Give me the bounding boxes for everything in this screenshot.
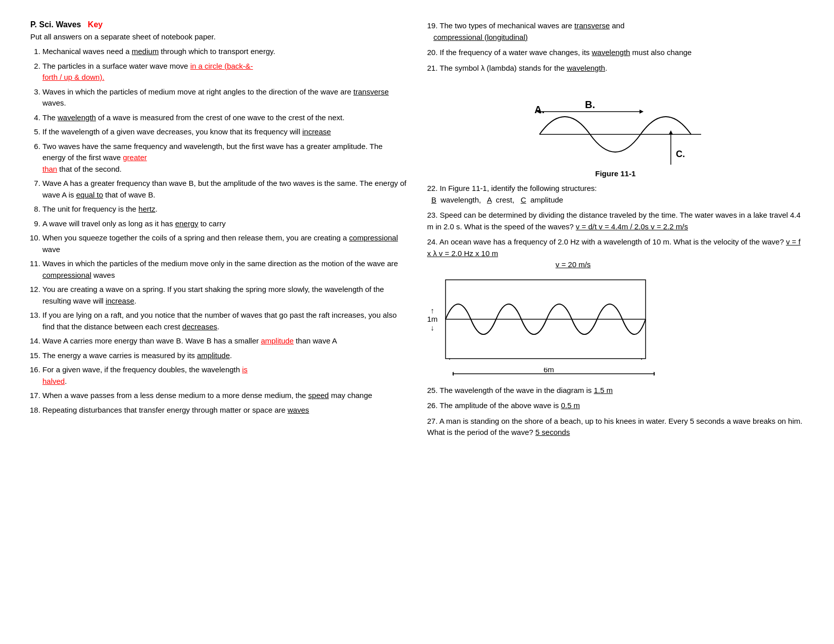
list-item: Mechanical waves need a medium through w… [42, 46, 407, 58]
answer-q9: energy [175, 219, 199, 228]
figure-11-1-svg: B. A. C. [519, 84, 711, 165]
svg-marker-21 [654, 372, 655, 376]
wave-diagram-2-svg [445, 279, 647, 360]
svg-text:A.: A. [534, 104, 545, 115]
answer-q16: ishalved [42, 365, 248, 385]
answer-q8: hertz [138, 205, 155, 213]
answer-q2: in a circle (back-&-forth / up & down). [42, 62, 253, 82]
answer-q22-a: A [487, 195, 492, 204]
list-item: Waves in which the particles of medium m… [42, 86, 407, 109]
list-item: If the wavelength of a given wave decrea… [42, 126, 407, 138]
question-19: 19. The two types of mechanical waves ar… [427, 20, 804, 43]
figure-11-1-container: B. A. C. Figure 11-1 [427, 84, 804, 178]
answer-q13: decreases [182, 322, 217, 331]
answer-q12: increase [106, 296, 134, 305]
list-item: Repeating disturbances that transfer ene… [42, 405, 407, 416]
svg-text:B.: B. [585, 99, 595, 110]
list-item: The particles in a surface water wave mo… [42, 61, 407, 83]
figure-label: Figure 11-1 [427, 169, 804, 178]
question-25: 25. The wavelength of the wave in the di… [427, 385, 804, 397]
wave2-1m-label: 1m [427, 315, 438, 323]
answer-q25: 1.5 m [594, 386, 613, 394]
page-title: P. Sci. Waves Key [30, 20, 407, 29]
answer-q18: waves [287, 406, 309, 414]
list-item: A wave will travel only as long as it ha… [42, 218, 407, 230]
answer-q24a: v = f x λ v = 2.0 Hz x 10 m [427, 237, 801, 258]
list-item: If you are lying on a raft, and you noti… [42, 310, 407, 332]
list-item: For a given wave, if the frequency doubl… [42, 364, 407, 387]
list-item: Wave A carries more energy than wave B. … [42, 335, 407, 347]
list-item: The unit for frequency is the hertz. [42, 204, 407, 215]
answer-q5: increase [302, 127, 331, 136]
answer-q4: wavelength [58, 113, 96, 122]
svg-text:C.: C. [676, 149, 685, 159]
subtitle: Put all answers on a separate sheet of n… [30, 32, 407, 41]
question-26: 26. The amplitude of the above wave is 0… [427, 400, 804, 412]
answer-q22-c: C [521, 195, 526, 204]
answer-q3: transverse [354, 87, 389, 96]
answer-q14: amplitude [261, 336, 293, 345]
questions-list: Mechanical waves need a medium through w… [30, 46, 407, 416]
answer-q24b: v = 20 m/s [556, 260, 591, 269]
answer-q22-b: B [431, 195, 436, 204]
answer-q27: 5 seconds [535, 428, 570, 436]
list-item: When a wave passes from a less dense med… [42, 390, 407, 402]
wave2-6m-arrow: 6m [453, 368, 655, 380]
question-24: 24. An ocean wave has a frequency of 2.0… [427, 236, 804, 271]
answer-q11: compressional [42, 271, 91, 279]
list-item: Waves in which the particles of the medi… [42, 258, 407, 281]
answer-q19b: compressional (longitudinal) [433, 33, 528, 41]
svg-marker-8 [669, 130, 673, 134]
list-item: Wave A has a greater frequency than wave… [42, 178, 407, 201]
question-22: 22. In Figure 11-1, identify the followi… [427, 183, 804, 206]
answer-q26: 0.5 m [561, 401, 580, 410]
list-item: The wavelength of a wave is measured fro… [42, 112, 407, 124]
answer-q10: compressional [349, 233, 398, 242]
answer-q1: medium [132, 47, 159, 56]
svg-marker-20 [453, 372, 454, 376]
question-20: 20. If the frequency of a water wave cha… [427, 47, 804, 59]
svg-text:6m: 6m [544, 368, 554, 374]
answer-q17: speed [308, 391, 329, 400]
list-item: Two waves have the same frequency and wa… [42, 141, 407, 175]
list-item: When you squeeze together the coils of a… [42, 232, 407, 255]
answer-q20: wavelength [592, 48, 630, 57]
question-23: 23. Speed can be determined by dividing … [427, 210, 804, 232]
answer-q19a: transverse [574, 21, 610, 30]
question-21: 21. The symbol λ (lambda) stands for the… [427, 63, 804, 74]
svg-marker-3 [640, 110, 644, 114]
list-item: You are creating a wave on a spring. If … [42, 284, 407, 307]
list-item: The energy a wave carries is measured by… [42, 350, 407, 362]
answer-q15: amplitude [197, 351, 230, 360]
answer-q21: wavelength [567, 64, 605, 72]
answer-q7: equal to [76, 190, 103, 199]
answer-q6: greaterthan [42, 153, 147, 173]
question-27: 27. A man is standing on the shore of a … [427, 416, 804, 438]
answer-q23: v = d/t v = 4.4m / 2.0s v = 2.2 m/s [576, 222, 688, 231]
wave-diagram-2: ↑ 1m ↓ [427, 279, 804, 360]
